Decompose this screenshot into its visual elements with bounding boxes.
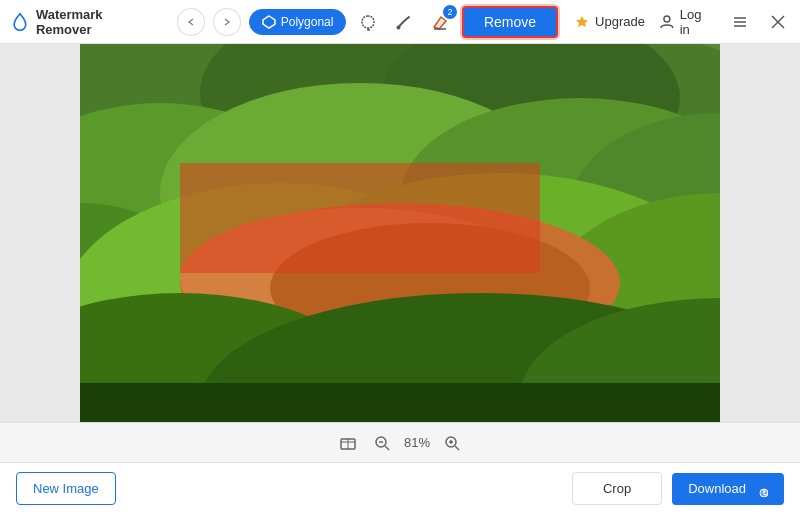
- watermark-selection-overlay[interactable]: [180, 163, 540, 273]
- svg-marker-0: [263, 16, 275, 28]
- logo-icon: [10, 12, 30, 32]
- close-icon: [770, 14, 786, 30]
- tool-brush-button[interactable]: [390, 8, 418, 36]
- remove-button[interactable]: Remove: [462, 6, 558, 38]
- svg-point-1: [397, 25, 401, 29]
- upgrade-button[interactable]: Upgrade: [574, 14, 645, 30]
- header-right: Upgrade Log in: [574, 7, 790, 37]
- svg-line-38: [455, 446, 459, 450]
- zoom-level: 81%: [404, 435, 430, 450]
- main-canvas-area: [0, 44, 800, 422]
- menu-button[interactable]: [729, 10, 753, 34]
- svg-text:↻: ↻: [762, 489, 768, 497]
- tool-polygonal-button[interactable]: Polygonal: [249, 9, 347, 35]
- zoom-out-icon: [373, 434, 391, 452]
- zoom-in-icon: [443, 434, 461, 452]
- crop-button[interactable]: Crop: [572, 472, 662, 505]
- svg-line-34: [385, 446, 389, 450]
- download-icon: ↻: [752, 481, 768, 497]
- new-image-button[interactable]: New Image: [16, 472, 116, 505]
- zoom-out-button[interactable]: [370, 431, 394, 455]
- canvas-wrapper[interactable]: [80, 44, 720, 422]
- erase-badge: 2: [443, 5, 457, 19]
- tool-lasso-button[interactable]: [354, 8, 382, 36]
- app-title: Watermark Remover: [36, 7, 161, 37]
- zoom-bar: 81%: [0, 422, 800, 462]
- menu-icon: [731, 13, 749, 31]
- bottom-bar: New Image Crop Download ↻: [0, 462, 800, 514]
- zoom-fit-icon: [339, 434, 357, 452]
- polygonal-icon: [262, 15, 276, 29]
- nav-back-button[interactable]: [177, 8, 205, 36]
- zoom-in-button[interactable]: [440, 431, 464, 455]
- header: Watermark Remover Polygonal: [0, 0, 800, 44]
- download-button[interactable]: Download ↻: [672, 473, 784, 505]
- close-button[interactable]: [766, 10, 790, 34]
- brush-icon: [395, 13, 413, 31]
- nav-forward-button[interactable]: [213, 8, 241, 36]
- nav-back-icon: [186, 17, 196, 27]
- zoom-reset-button[interactable]: [336, 431, 360, 455]
- login-button[interactable]: Log in: [659, 7, 715, 37]
- logo-area: Watermark Remover: [10, 7, 161, 37]
- svg-point-3: [664, 16, 670, 22]
- upgrade-icon: [574, 14, 590, 30]
- nav-forward-icon: [222, 17, 232, 27]
- lasso-icon: [359, 13, 377, 31]
- svg-rect-28: [80, 383, 720, 422]
- tool-erase-button[interactable]: 2: [426, 8, 454, 36]
- user-icon: [659, 14, 675, 30]
